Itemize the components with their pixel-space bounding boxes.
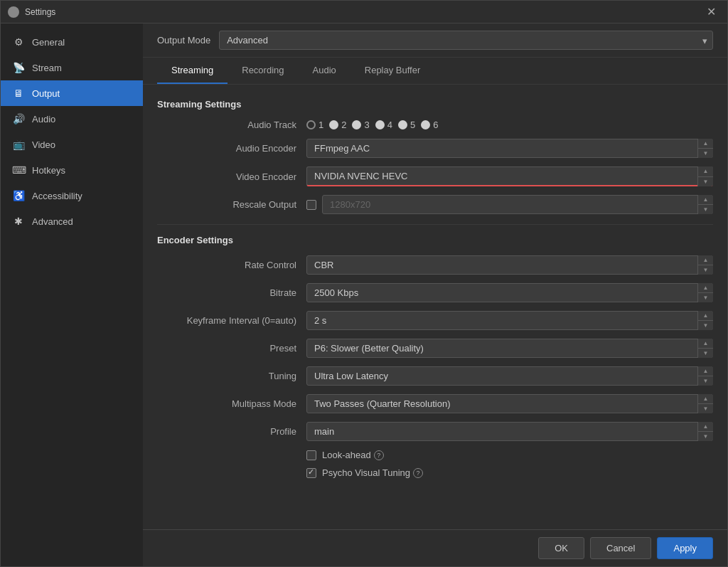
window-title: Settings (25, 7, 702, 17)
streaming-settings-title: Streaming Settings (157, 99, 713, 110)
apply-button[interactable]: Apply (657, 537, 713, 559)
tab-replay-buffer[interactable]: Replay Buffer (350, 58, 435, 84)
bitrate-wrap: 2500 Kbps ▲ ▼ (306, 283, 713, 302)
sidebar-label-audio: Audio (32, 114, 55, 124)
multipass-arrows: ▲ ▼ (697, 394, 713, 413)
rate-control-down[interactable]: ▼ (698, 265, 713, 275)
profile-down[interactable]: ▼ (698, 432, 713, 441)
rescale-output-checkbox[interactable] (306, 200, 316, 210)
audio-track-label: Audio Track (157, 120, 306, 130)
sidebar-item-hotkeys[interactable]: ⌨ Hotkeys (1, 157, 143, 183)
psycho-visual-help-icon[interactable]: ? (413, 468, 423, 478)
hotkeys-icon: ⌨ (12, 164, 25, 176)
look-ahead-checkbox[interactable] (306, 450, 316, 460)
profile-row: Profile main ▲ ▼ (157, 422, 713, 441)
track-3-radio (352, 120, 361, 129)
track-2[interactable]: 2 (329, 120, 346, 130)
audio-track-row: Audio Track 1 2 (157, 120, 713, 130)
bitrate-up[interactable]: ▲ (698, 283, 713, 293)
rate-control-select[interactable]: CBR (306, 255, 713, 275)
stream-icon: 📡 (12, 62, 25, 73)
rate-control-up[interactable]: ▲ (698, 255, 713, 265)
track-4[interactable]: 4 (375, 120, 392, 130)
look-ahead-label: Look-ahead ? (322, 450, 384, 460)
preset-row: Preset P6: Slower (Better Quality) ▲ ▼ (157, 339, 713, 358)
bitrate-arrows: ▲ ▼ (697, 283, 713, 302)
rescale-output-select[interactable]: 1280x720 (322, 195, 713, 214)
preset-up[interactable]: ▲ (698, 339, 713, 349)
video-encoder-select[interactable]: NVIDIA NVENC HEVC (306, 166, 713, 186)
accessibility-icon: ♿ (12, 190, 25, 201)
sidebar-item-audio[interactable]: 🔊 Audio (1, 106, 143, 132)
general-icon: ⚙ (12, 36, 25, 48)
sidebar-item-accessibility[interactable]: ♿ Accessibility (1, 183, 143, 208)
profile-up[interactable]: ▲ (698, 422, 713, 432)
psycho-visual-row: Psycho Visual Tuning ? (306, 467, 713, 478)
keyframe-up[interactable]: ▲ (698, 311, 713, 321)
multipass-down[interactable]: ▼ (698, 404, 713, 413)
video-encoder-up[interactable]: ▲ (698, 166, 713, 177)
rescale-up[interactable]: ▲ (698, 195, 713, 205)
keyframe-down[interactable]: ▼ (698, 321, 713, 330)
bitrate-select[interactable]: 2500 Kbps (306, 283, 713, 302)
audio-encoder-wrap: FFmpeg AAC ▲ ▼ (306, 139, 713, 158)
multipass-mode-label: Multipass Mode (157, 398, 306, 409)
sidebar-item-output[interactable]: 🖥 Output (1, 80, 143, 106)
preset-down[interactable]: ▼ (698, 349, 713, 358)
track-4-radio (375, 120, 385, 129)
look-ahead-row: Look-ahead ? (306, 450, 713, 460)
multipass-mode-select[interactable]: Two Passes (Quarter Resolution) (306, 394, 713, 413)
sidebar-label-video: Video (32, 139, 55, 150)
tab-streaming[interactable]: Streaming (157, 58, 228, 84)
track-3-label: 3 (364, 120, 369, 130)
sidebar-item-advanced[interactable]: ✱ Advanced (1, 208, 143, 234)
sidebar-label-hotkeys: Hotkeys (32, 165, 65, 176)
tuning-up[interactable]: ▲ (698, 366, 713, 376)
psycho-visual-checkbox[interactable] (306, 468, 316, 478)
tab-recording[interactable]: Recording (228, 58, 298, 84)
track-2-radio (329, 120, 338, 129)
preset-select[interactable]: P6: Slower (Better Quality) (306, 339, 713, 358)
close-button[interactable]: ✕ (702, 4, 720, 20)
multipass-up[interactable]: ▲ (698, 394, 713, 404)
track-3[interactable]: 3 (352, 120, 369, 130)
video-encoder-wrap: NVIDIA NVENC HEVC ▲ ▼ (306, 166, 713, 186)
tuning-select[interactable]: Ultra Low Latency (306, 366, 713, 386)
bitrate-down[interactable]: ▼ (698, 293, 713, 302)
track-2-label: 2 (341, 120, 346, 130)
cancel-button[interactable]: Cancel (590, 537, 651, 559)
output-mode-select[interactable]: Simple Advanced (219, 31, 713, 50)
tuning-row: Tuning Ultra Low Latency ▲ ▼ (157, 366, 713, 386)
track-5[interactable]: 5 (398, 120, 415, 130)
sidebar-item-stream[interactable]: 📡 Stream (1, 55, 143, 80)
titlebar: Settings ✕ (1, 1, 727, 23)
video-encoder-arrows: ▲ ▼ (697, 166, 713, 186)
tuning-arrows: ▲ ▼ (697, 366, 713, 386)
track-1[interactable]: 1 (306, 120, 323, 130)
section-divider (157, 224, 713, 225)
keyframe-interval-arrows: ▲ ▼ (697, 311, 713, 330)
track-5-label: 5 (410, 120, 415, 130)
audio-track-controls: 1 2 3 4 (306, 120, 713, 130)
track-6[interactable]: 6 (421, 120, 438, 130)
output-mode-bar: Output Mode Simple Advanced ▾ (143, 23, 727, 58)
advanced-icon: ✱ (12, 216, 25, 227)
rescale-down[interactable]: ▼ (698, 205, 713, 214)
audio-encoder-up[interactable]: ▲ (698, 139, 713, 149)
profile-wrap: main ▲ ▼ (306, 422, 713, 441)
audio-encoder-arrows: ▲ ▼ (697, 139, 713, 158)
look-ahead-help-icon[interactable]: ? (374, 450, 384, 460)
rescale-output-label: Rescale Output (157, 199, 306, 210)
ok-button[interactable]: OK (538, 537, 584, 559)
sidebar-item-general[interactable]: ⚙ General (1, 29, 143, 55)
tuning-down[interactable]: ▼ (698, 376, 713, 386)
sidebar-label-general: General (32, 37, 65, 48)
sidebar-item-video[interactable]: 📺 Video (1, 132, 143, 157)
video-encoder-down[interactable]: ▼ (698, 177, 713, 187)
audio-encoder-select[interactable]: FFmpeg AAC (306, 139, 713, 158)
tab-audio[interactable]: Audio (299, 58, 350, 84)
profile-select[interactable]: main (306, 422, 713, 441)
psycho-visual-label: Psycho Visual Tuning ? (322, 467, 423, 478)
audio-encoder-down[interactable]: ▼ (698, 149, 713, 158)
keyframe-interval-select[interactable]: 2 s (306, 311, 713, 330)
